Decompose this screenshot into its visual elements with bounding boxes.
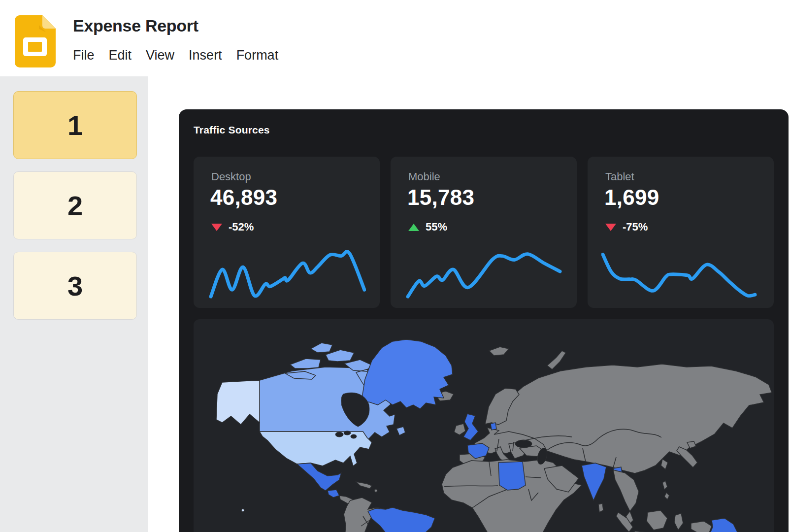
stat-value: 15,783 (407, 185, 474, 210)
tablet-sparkline (601, 244, 760, 302)
stat-label: Mobile (408, 170, 440, 183)
stat-card-desktop: Desktop 46,893 -52% (194, 157, 380, 308)
menu-insert[interactable]: Insert (189, 48, 222, 63)
change-percent: -52% (229, 221, 254, 233)
slide-thumbnail-3[interactable]: 3 (13, 252, 137, 320)
stat-change: -75% (605, 221, 648, 233)
stat-label: Tablet (605, 170, 634, 183)
slide-thumbnail-2[interactable]: 2 (13, 171, 137, 239)
trend-down-icon (211, 224, 222, 231)
change-percent: -75% (623, 221, 648, 233)
slide-canvas: Traffic Sources Desktop 46,893 -52% Mobi… (148, 76, 790, 532)
stat-cards-row: Desktop 46,893 -52% Mobile 15,783 55% (194, 157, 774, 308)
stat-change: -52% (211, 221, 254, 233)
document-title[interactable]: Expense Report (73, 16, 198, 35)
menu-file[interactable]: File (73, 48, 95, 63)
slide-thumbnail-1[interactable]: 1 (13, 91, 137, 159)
app-header: Expense Report File Edit View Insert For… (0, 0, 790, 76)
mobile-sparkline (404, 244, 563, 302)
stat-value: 1,699 (604, 185, 659, 210)
slide-number: 2 (67, 190, 83, 222)
menu-view[interactable]: View (146, 48, 174, 63)
slide-glyph (23, 37, 47, 56)
world-map (194, 319, 774, 532)
slide-heading: Traffic Sources (194, 124, 270, 136)
slide-filmstrip: 1 2 3 (0, 76, 148, 532)
trend-down-icon (605, 224, 616, 231)
folded-corner-icon (42, 15, 56, 29)
slides-app-icon[interactable] (15, 15, 56, 67)
stat-value: 46,893 (210, 185, 277, 210)
slide-number: 1 (67, 109, 83, 141)
stat-card-mobile: Mobile 15,783 55% (391, 157, 577, 308)
world-map-panel (194, 319, 774, 532)
current-slide[interactable]: Traffic Sources Desktop 46,893 -52% Mobi… (179, 109, 789, 532)
desktop-sparkline (207, 244, 366, 302)
stat-change: 55% (408, 221, 447, 233)
stat-card-tablet: Tablet 1,699 -75% (588, 157, 774, 308)
change-percent: 55% (426, 221, 447, 233)
menu-bar: File Edit View Insert Format (73, 48, 278, 63)
trend-up-icon (408, 224, 419, 231)
menu-format[interactable]: Format (236, 48, 279, 63)
slide-number: 3 (67, 270, 83, 302)
menu-edit[interactable]: Edit (109, 48, 132, 63)
stat-label: Desktop (211, 170, 251, 183)
